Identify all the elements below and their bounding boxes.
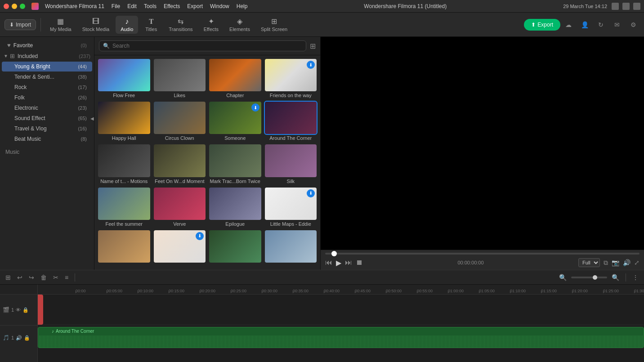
play-icon[interactable]: ▶ (336, 259, 341, 267)
media-item-feet-water[interactable]: Feet On W...d Moment (154, 144, 206, 183)
minimize-button[interactable] (12, 4, 17, 9)
media-item-row5b[interactable]: ⬇ (154, 230, 206, 264)
zoom-slider[interactable] (571, 277, 607, 278)
ruler-mark: 01:05:00 (479, 289, 510, 293)
media-item-circus-clown[interactable]: Circus Clown (154, 102, 206, 141)
pip-icon[interactable]: ⧉ (604, 259, 608, 267)
settings-icon[interactable]: ⚙ (627, 18, 640, 31)
sidebar-category-young-bright[interactable]: Young & Bright (44) (2, 62, 92, 72)
sidebar-category-folk[interactable]: Folk (26) (2, 93, 92, 103)
thumb-inner-epilogue (209, 188, 261, 220)
toolbar-elements[interactable]: ◈ Elements (225, 15, 255, 34)
zoom-out-icon[interactable]: 🔍 (557, 273, 568, 282)
sidebar-music[interactable]: Music (0, 147, 94, 157)
sidebar-category-rock[interactable]: Rock (17) (2, 82, 92, 92)
account-icon[interactable]: 👤 (578, 18, 591, 31)
refresh-icon[interactable]: ↻ (595, 18, 607, 31)
toolbar-effects[interactable]: ✦ Effects (199, 15, 223, 34)
menu-bar: Wondershare Filmora 11 File Edit Tools E… (45, 3, 247, 9)
media-item-name-child[interactable]: Name of t... - Motions (98, 144, 150, 183)
media-item-little-maps[interactable]: ⬇Little Maps - Eddie (265, 188, 317, 227)
zoom-in-icon[interactable]: 🔍 (610, 273, 621, 282)
sidebar-category-beat-music[interactable]: Beat Music (8) (2, 134, 92, 144)
zoom-handle[interactable] (593, 275, 597, 280)
menu-filmora[interactable]: Wondershare Filmora 11 (45, 3, 104, 9)
media-item-verve[interactable]: Verve (154, 188, 206, 227)
media-item-chapter[interactable]: Chapter (209, 59, 261, 98)
menu-effects[interactable]: Effects (164, 3, 180, 9)
menu-export[interactable]: Export (187, 3, 203, 9)
track-eye-icon[interactable]: 👁 (16, 307, 21, 313)
sidebar-item-included-parent[interactable]: ▼ ⊞ Included (237) (0, 51, 94, 61)
toolbar-audio[interactable]: ♪ Audio (116, 16, 138, 34)
rewind-icon[interactable]: ⏮ (325, 259, 332, 267)
media-item-flow-free[interactable]: Flow Free (98, 59, 150, 98)
media-item-row5a[interactable] (98, 230, 150, 264)
maximize-button[interactable] (20, 4, 25, 9)
ruler-mark: 00:40:00 (324, 289, 355, 293)
fast-forward-icon[interactable]: ⏭ (345, 259, 352, 267)
media-item-mark-trac[interactable]: Mark Trac...Born Twice (209, 144, 261, 183)
young-bright-count: (44) (78, 64, 87, 69)
media-item-happy-hall[interactable]: Happy Hall (98, 102, 150, 141)
delete-icon[interactable]: 🗑 (39, 273, 49, 282)
undo-icon[interactable]: ↩ (15, 273, 24, 282)
tender-count: (38) (78, 74, 87, 80)
audio-clip[interactable]: ♪ Around The Corner (38, 327, 644, 348)
track-lock-icon[interactable]: 🔒 (22, 307, 29, 313)
fullscreen-icon[interactable]: ⤢ (634, 259, 640, 266)
split-screen-label: Split Screen (261, 27, 287, 32)
media-item-someone[interactable]: ⬇Someone (209, 102, 261, 141)
timeline-right-col: 00:0000:05:0000:10:0000:15:0000:20:0000:… (38, 285, 644, 362)
toolbar-transitions[interactable]: ⇆ Transitions (164, 15, 197, 34)
import-button[interactable]: ⬇ Import (4, 19, 36, 30)
redo-icon[interactable]: ↪ (27, 273, 36, 282)
toolbar-my-media[interactable]: ▦ My Media (45, 15, 76, 34)
add-track-icon[interactable]: ⊞ (4, 273, 13, 282)
menu-file[interactable]: File (112, 3, 120, 9)
volume-icon[interactable]: 🔊 (623, 259, 631, 266)
label-feet-water: Feet On W...d Moment (154, 179, 206, 184)
track-lock2-icon[interactable]: 🔒 (24, 335, 30, 341)
media-item-epilogue[interactable]: Epilogue (209, 188, 261, 227)
progress-handle[interactable] (331, 251, 337, 256)
close-button[interactable] (4, 4, 9, 9)
quality-select[interactable]: Full 1/2 1/4 (578, 258, 600, 267)
sidebar-category-sound-effect[interactable]: Sound Effect (65) ◀ (2, 113, 92, 123)
grid-toggle-icon[interactable]: ⊞ (310, 42, 316, 50)
media-item-row5d[interactable] (265, 230, 317, 264)
sidebar-category-electronic[interactable]: Electronic (23) (2, 103, 92, 113)
grid-icon: ⊞ (10, 53, 15, 59)
sidebar-category-tender[interactable]: Tender & Senti... (38) (2, 72, 92, 82)
toolbar-titles[interactable]: 𝐓 Titles (140, 16, 162, 34)
sys-icon-2 (622, 3, 630, 10)
media-item-likes[interactable]: Likes (154, 59, 206, 98)
thumb-friends: ⬇ (265, 59, 317, 91)
media-item-feel-summer[interactable]: Feel the summer (98, 188, 150, 227)
label-friends: Friends on the way (265, 93, 317, 98)
menu-window[interactable]: Window (210, 3, 229, 9)
ruler-mark: 01:30:00 (634, 289, 644, 293)
cut-icon[interactable]: ✂ (51, 273, 60, 282)
media-item-friends[interactable]: ⬇Friends on the way (265, 59, 317, 98)
media-item-around-corner[interactable]: Around The Corner (265, 102, 317, 141)
stop-icon[interactable]: ⏹ (356, 259, 363, 267)
mail-icon[interactable]: ✉ (611, 18, 623, 31)
screenshot-icon[interactable]: 📷 (612, 259, 619, 266)
media-item-row5c[interactable] (209, 230, 261, 264)
media-item-silk[interactable]: Silk (265, 144, 317, 183)
export-button[interactable]: ⬆ Export (524, 19, 560, 31)
sidebar-item-favorite[interactable]: ♥ Favorite (0) (2, 40, 92, 50)
toolbar-stock-media[interactable]: 🎞 Stock Media (78, 16, 114, 34)
sidebar-category-travel-vlog[interactable]: Travel & Vlog (16) (2, 124, 92, 134)
preview-progress-bar[interactable] (325, 253, 640, 255)
toolbar-split-screen[interactable]: ⊞ Split Screen (256, 15, 292, 34)
menu-edit[interactable]: Edit (127, 3, 137, 9)
cloud-icon[interactable]: ☁ (562, 18, 575, 31)
menu-tools[interactable]: Tools (144, 3, 157, 9)
search-input[interactable] (112, 43, 302, 49)
list-icon[interactable]: ≡ (63, 273, 70, 282)
track-speaker-icon[interactable]: 🔊 (16, 335, 22, 341)
menu-help[interactable]: Help (237, 3, 248, 9)
snap-icon[interactable]: ⋮ (631, 273, 640, 282)
